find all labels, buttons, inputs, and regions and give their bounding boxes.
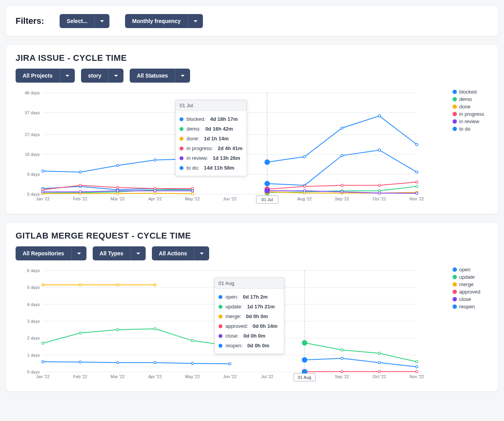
legend-item[interactable]: update xyxy=(453,274,488,280)
legend-item[interactable]: reopen xyxy=(453,304,488,310)
filter-frequency-button[interactable]: Monthly frequency xyxy=(125,14,187,28)
svg-point-64 xyxy=(341,191,343,193)
svg-point-38 xyxy=(154,192,156,195)
gitlab-card: GITLAB MERGE REQUEST - CYCLE TIME All Re… xyxy=(6,223,498,391)
filter-select-button[interactable]: Select... xyxy=(60,14,94,28)
legend-dot-icon xyxy=(453,282,457,287)
svg-point-63 xyxy=(303,190,306,192)
svg-text:Oct '22: Oct '22 xyxy=(373,196,386,201)
legend-item[interactable]: to do xyxy=(453,126,488,132)
tooltip-row: in review: 1d 13h 26m xyxy=(180,153,243,163)
legend-dot-icon xyxy=(453,267,457,272)
svg-point-131 xyxy=(154,284,156,286)
gitlab-tooltip: 01 Aug open: 0d 17h 2mupdate: 1d 17h 21m… xyxy=(214,278,284,354)
legend-item[interactable]: demo xyxy=(453,96,488,102)
svg-text:Sep '22: Sep '22 xyxy=(335,374,349,379)
legend-item[interactable]: done xyxy=(453,104,488,110)
gitlab-types-dropdown[interactable]: All Types xyxy=(93,246,146,260)
gitlab-actions-dropdown[interactable]: All Actions xyxy=(152,246,210,260)
jira-status-caret[interactable] xyxy=(175,69,190,83)
svg-point-69 xyxy=(79,171,81,173)
svg-text:Jul '22: Jul '22 xyxy=(261,374,273,379)
legend-item[interactable]: blocked xyxy=(453,89,488,95)
svg-text:May '22: May '22 xyxy=(185,374,200,379)
chevron-down-icon xyxy=(200,253,204,255)
jira-type-dropdown[interactable]: story xyxy=(81,69,123,83)
svg-text:01 Aug: 01 Aug xyxy=(298,375,311,380)
gitlab-actions-caret[interactable] xyxy=(194,246,209,260)
legend-item[interactable]: close xyxy=(453,296,488,302)
legend-item[interactable]: in progress xyxy=(453,111,488,117)
svg-point-137 xyxy=(416,370,418,373)
svg-text:Jun '22: Jun '22 xyxy=(223,196,236,201)
svg-point-22 xyxy=(416,171,418,173)
svg-point-76 xyxy=(378,115,381,117)
svg-point-65 xyxy=(378,192,381,194)
jira-legend: blockeddemodonein progressin reviewto do xyxy=(446,89,488,206)
jira-type-button[interactable]: story xyxy=(81,69,108,83)
svg-text:01 Jul: 01 Jul xyxy=(261,197,273,202)
svg-text:4 days: 4 days xyxy=(27,302,40,307)
svg-text:37 days: 37 days xyxy=(25,110,40,115)
svg-text:1 days: 1 days xyxy=(27,353,40,357)
svg-text:0 days: 0 days xyxy=(27,192,40,196)
svg-text:Jan '22: Jan '22 xyxy=(36,374,49,379)
gitlab-repos-caret[interactable] xyxy=(71,246,86,260)
gitlab-types-button[interactable]: All Types xyxy=(93,246,130,260)
filters-card: Filters: Select... Monthly frequency xyxy=(6,6,498,36)
gitlab-chart[interactable]: 0 days1 days2 days3 days4 days5 days6 da… xyxy=(16,267,446,384)
tooltip-dot-icon xyxy=(180,117,183,121)
svg-point-60 xyxy=(154,190,156,192)
gitlab-repos-button[interactable]: All Repositories xyxy=(16,246,71,260)
chevron-down-icon xyxy=(194,20,197,22)
svg-text:0 days: 0 days xyxy=(27,370,40,374)
gitlab-types-caret[interactable] xyxy=(130,246,146,260)
chevron-down-icon xyxy=(136,253,140,255)
svg-text:Mar '22: Mar '22 xyxy=(111,374,125,379)
chevron-down-icon xyxy=(114,75,118,77)
svg-text:46 days: 46 days xyxy=(25,90,40,95)
svg-point-71 xyxy=(154,159,156,161)
tooltip-dot-icon xyxy=(219,295,222,299)
filter-select-dropdown[interactable]: Select... xyxy=(60,14,109,28)
filter-frequency-dropdown[interactable]: Monthly frequency xyxy=(125,14,203,28)
filter-select-caret[interactable] xyxy=(94,14,109,28)
jira-projects-button[interactable]: All Projects xyxy=(16,69,60,83)
legend-item[interactable]: merge xyxy=(453,281,488,287)
svg-point-129 xyxy=(79,284,81,286)
gitlab-repos-dropdown[interactable]: All Repositories xyxy=(16,246,86,260)
jira-projects-dropdown[interactable]: All Projects xyxy=(16,69,75,83)
jira-projects-caret[interactable] xyxy=(60,69,75,83)
svg-point-107 xyxy=(79,361,81,363)
svg-point-39 xyxy=(191,193,194,195)
gitlab-actions-button[interactable]: All Actions xyxy=(152,246,194,260)
filter-frequency-caret[interactable] xyxy=(188,14,203,28)
filters-label: Filters: xyxy=(16,16,44,26)
svg-point-33 xyxy=(416,185,418,188)
svg-point-78 xyxy=(264,159,270,165)
svg-point-119 xyxy=(116,329,119,331)
legend-dot-icon xyxy=(453,90,457,94)
jira-type-caret[interactable] xyxy=(108,69,123,83)
svg-point-21 xyxy=(378,149,381,151)
legend-label: in progress xyxy=(459,111,484,117)
legend-item[interactable]: open xyxy=(453,267,488,272)
jira-status-dropdown[interactable]: All Statuses xyxy=(130,69,190,83)
legend-label: reopen xyxy=(459,304,475,310)
legend-dot-icon xyxy=(453,127,457,131)
tooltip-row: done: 1d 1h 14m xyxy=(180,134,243,143)
jira-status-button[interactable]: All Statuses xyxy=(130,69,175,83)
svg-point-37 xyxy=(116,192,119,195)
tooltip-row: open: 0d 17h 2m xyxy=(219,292,280,302)
svg-point-67 xyxy=(264,188,270,193)
legend-item[interactable]: in review xyxy=(453,119,488,124)
svg-text:May '22: May '22 xyxy=(185,196,200,201)
legend-item[interactable]: approved xyxy=(453,289,488,295)
svg-text:Jan '22: Jan '22 xyxy=(36,196,49,201)
legend-dot-icon xyxy=(453,275,457,279)
jira-chart[interactable]: 0 days9 days18 days27 days37 days46 days… xyxy=(16,89,446,206)
gitlab-legend: openupdatemergeapprovedclosereopen xyxy=(446,267,488,384)
svg-point-115 xyxy=(416,366,418,368)
svg-point-121 xyxy=(191,340,194,342)
legend-label: to do xyxy=(459,126,471,132)
